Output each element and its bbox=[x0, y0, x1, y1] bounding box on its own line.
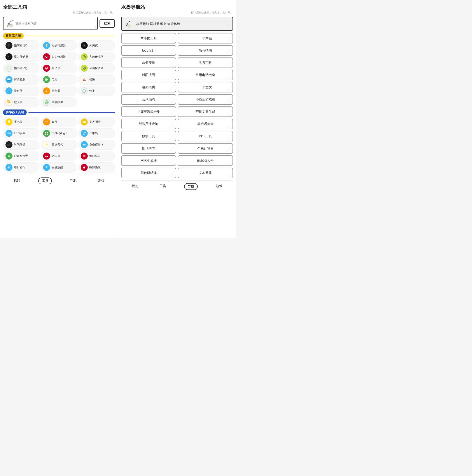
tool-light[interactable]: 光线传感器 bbox=[41, 40, 77, 51]
nav-item-holiday[interactable]: 放假安排 bbox=[121, 57, 176, 68]
nav-item-label: 一个图文 bbox=[199, 85, 212, 89]
tool-level[interactable]: 水平仪 bbox=[41, 63, 77, 73]
nav-item-logo[interactable]: logo设计 bbox=[121, 45, 176, 56]
nav-item-gameboy[interactable]: 小霸王游戏机 bbox=[178, 94, 233, 105]
tool-compass-white[interactable]: 指南针(白) bbox=[3, 63, 39, 73]
magnet-icon bbox=[43, 53, 50, 60]
nav-nav-left[interactable]: 导航 bbox=[67, 177, 80, 184]
nav-nav-right[interactable]: 导航 bbox=[184, 183, 198, 190]
nav-items-grid: 帮小忙工具 一个木函 logo设计 急救指南 放假安排 头条百科 以图搜图 常 bbox=[121, 33, 233, 178]
nav-item-pictext[interactable]: 一个图文 bbox=[178, 82, 233, 92]
search-button[interactable]: 搜索 bbox=[100, 19, 115, 28]
compass-white-icon bbox=[5, 65, 13, 72]
tool-ip[interactable]: IP查询位置 bbox=[3, 151, 39, 161]
news-icon bbox=[81, 153, 88, 160]
tool-qr-logo[interactable]: 二维码(logo) bbox=[41, 128, 77, 138]
tool-led[interactable]: LED LED字幕 bbox=[3, 128, 39, 138]
tool-compass-black[interactable]: 指南针(黑) bbox=[3, 40, 39, 51]
nav-item-label: 放假安排 bbox=[142, 61, 155, 65]
tool-label: 二维码 bbox=[89, 131, 98, 135]
nav-games-left[interactable]: 游戏 bbox=[94, 177, 107, 184]
tool-flashlight[interactable]: 手电筒 bbox=[3, 117, 39, 127]
tool-sound[interactable]: 声波除尘 bbox=[41, 97, 77, 107]
tool-id[interactable]: 身份证查询 bbox=[78, 140, 115, 150]
ip-icon bbox=[5, 153, 13, 160]
ruler-icon bbox=[43, 119, 50, 125]
nav-item-imgsearch[interactable]: 以图搜图 bbox=[121, 70, 176, 80]
nav-item-emoji[interactable]: EMOJI大全 bbox=[178, 155, 233, 166]
tool-screen[interactable]: 屏幕检测 bbox=[3, 74, 39, 85]
tool-ruler2[interactable]: 直尺测量 bbox=[78, 117, 115, 127]
nav-item-firstaid[interactable]: 急救指南 bbox=[178, 45, 233, 56]
nav-item-textrep[interactable]: 文本替换 bbox=[178, 168, 233, 178]
nav-item-boxoffice[interactable]: 电影票房 bbox=[121, 82, 176, 92]
svg-rect-58 bbox=[8, 122, 10, 123]
tool-qr[interactable]: 二维码 bbox=[78, 128, 115, 138]
tool-magnifier[interactable]: 放大镜 bbox=[3, 97, 39, 107]
nav-item-nickname[interactable]: 网名生成器 bbox=[121, 155, 176, 166]
tool-label: 每日早报 bbox=[89, 154, 101, 158]
right-bottom-nav: 我的 工具 导航 游戏 bbox=[121, 180, 233, 191]
nav-item-colorcode[interactable]: 颜色码转换 bbox=[121, 168, 176, 178]
sensor-badge: 传感器工具箱 bbox=[3, 109, 27, 115]
tool-label: 万年历 bbox=[52, 154, 60, 158]
svg-point-12 bbox=[84, 45, 85, 46]
tool-time[interactable]: 20:0812:31 时间屏保 bbox=[3, 140, 39, 150]
svg-rect-8 bbox=[46, 46, 47, 47]
nav-tools-left[interactable]: 工具 bbox=[38, 177, 52, 184]
tool-weibo[interactable]: 微博热搜 bbox=[78, 162, 115, 172]
nav-item-label: EMOJI大全 bbox=[197, 159, 214, 163]
nav-item-math[interactable]: 数学工具 bbox=[121, 131, 176, 141]
tool-protractor2[interactable]: 量角器 bbox=[41, 86, 77, 96]
svg-point-119 bbox=[171, 77, 175, 79]
nav-item-xiehouyu[interactable]: 歇后语大全 bbox=[178, 119, 233, 129]
svg-rect-74 bbox=[47, 132, 48, 133]
svg-text:百: 百 bbox=[45, 166, 48, 169]
svg-point-15 bbox=[8, 56, 9, 57]
nav-mine-right[interactable]: 我的 bbox=[129, 183, 141, 190]
nav-tools-right[interactable]: 工具 bbox=[156, 183, 169, 190]
tool-gravity[interactable]: 重力传感器 bbox=[3, 52, 39, 62]
search-input[interactable] bbox=[15, 22, 95, 25]
tool-plumb[interactable]: 铅锤 bbox=[78, 74, 115, 85]
nav-item-marketing[interactable]: 营销文案生成 bbox=[178, 106, 233, 117]
tool-daily[interactable]: 每日图报 bbox=[3, 162, 39, 172]
tool-calendar[interactable]: 26 万年历 bbox=[41, 151, 77, 161]
tool-magnet[interactable]: 磁力传感器 bbox=[41, 52, 77, 62]
nav-mine-left[interactable]: 我的 bbox=[11, 177, 23, 184]
nav-item-taxcalc[interactable]: 个税计算器 bbox=[178, 143, 233, 154]
nav-games-right[interactable]: 游戏 bbox=[213, 183, 225, 190]
tool-decibel[interactable]: 分贝仪 bbox=[78, 40, 115, 51]
nav-item-gamecollect[interactable]: 小霸王游戏合集 bbox=[121, 106, 176, 117]
nav-item-phonebook[interactable]: 常用电话大全 bbox=[178, 70, 233, 80]
tool-news[interactable]: 每日早报 bbox=[78, 151, 115, 161]
nav-item-wiki[interactable]: 头条百科 bbox=[178, 57, 233, 68]
svg-rect-7 bbox=[46, 46, 47, 46]
tool-label: 电池 bbox=[52, 78, 57, 82]
svg-rect-76 bbox=[47, 134, 48, 135]
screen-icon bbox=[5, 76, 13, 83]
tool-metal[interactable]: 金属探测器 bbox=[78, 63, 115, 73]
nav-item-label: 小霸王游戏机 bbox=[196, 98, 215, 102]
nav-item-papersize[interactable]: 纸张尺寸查询 bbox=[121, 119, 176, 129]
compass-black-icon bbox=[5, 42, 13, 49]
sensor-grid-5: 每日图报 百 百度热搜 微博热搜 bbox=[3, 162, 115, 172]
tool-protractor1[interactable]: 量角器 bbox=[3, 86, 39, 96]
svg-point-16 bbox=[45, 55, 49, 59]
nav-item-helptools[interactable]: 帮小忙工具 bbox=[121, 33, 176, 44]
nav-item-typhoon[interactable]: 台风动态 bbox=[121, 94, 176, 105]
sensor-line bbox=[28, 112, 115, 113]
tool-mirror[interactable]: 镜子 bbox=[78, 86, 115, 96]
tool-ruler[interactable]: 直尺 bbox=[41, 117, 77, 127]
search-bar: ⌐ └ 搜索 bbox=[3, 17, 115, 30]
tool-grid-1: 指南针(黑) 光线传感器 分贝仪 bbox=[3, 40, 115, 51]
daily-badge: 日常工具箱 bbox=[3, 33, 24, 39]
nav-item-journal[interactable]: 期刊杂志 bbox=[121, 143, 176, 154]
nav-item-pdf[interactable]: PDF工具 bbox=[178, 131, 233, 141]
tool-baidu[interactable]: 百 百度热搜 bbox=[41, 162, 77, 172]
tool-direction[interactable]: 方向传感器 bbox=[78, 52, 115, 62]
tool-label: LED字幕 bbox=[14, 131, 25, 135]
nav-item-muhan[interactable]: 一个木函 bbox=[178, 33, 233, 44]
tool-weather[interactable]: 高德天气 bbox=[41, 140, 77, 150]
tool-battery[interactable]: 电池 bbox=[41, 74, 77, 85]
